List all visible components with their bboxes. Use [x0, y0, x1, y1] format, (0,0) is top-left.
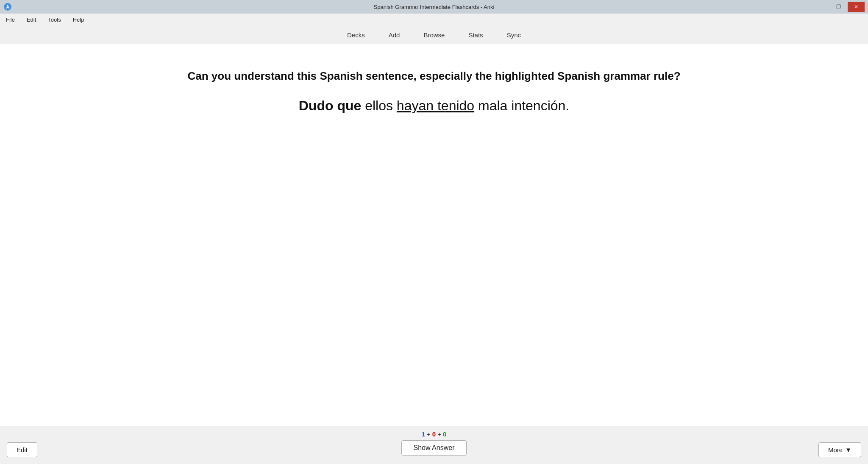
- counter-sep1: +: [427, 430, 431, 438]
- window-title: Spanish Grammar Intermediate Flashcards …: [374, 4, 495, 10]
- footer: Edit 1 + 0 + 0 Show Answer More ▼: [0, 426, 868, 464]
- minimize-button[interactable]: —: [812, 2, 829, 12]
- sentence-part4: mala intención.: [474, 98, 569, 113]
- card-sentence: Dudo que ellos hayan tenido mala intenci…: [299, 98, 570, 114]
- counter-blue: 1: [422, 430, 425, 438]
- menu-help[interactable]: Help: [70, 16, 87, 24]
- card-question: Can you understand this Spanish sentence…: [170, 70, 697, 83]
- show-answer-button[interactable]: Show Answer: [401, 440, 467, 456]
- sentence-part2: ellos: [361, 98, 397, 113]
- window-controls: — ❐ ✕: [812, 2, 865, 12]
- more-arrow-icon: ▼: [845, 446, 851, 453]
- nav-sync[interactable]: Sync: [504, 30, 524, 40]
- restore-button[interactable]: ❐: [830, 2, 847, 12]
- sentence-underlined: hayan tenido: [397, 98, 474, 113]
- svg-text:A: A: [6, 5, 9, 9]
- nav-bar: Decks Add Browse Stats Sync: [0, 26, 868, 44]
- menu-bar: File Edit Tools Help: [0, 14, 868, 26]
- card-counter: 1 + 0 + 0: [422, 430, 447, 438]
- title-bar-left: A: [3, 3, 12, 11]
- menu-edit[interactable]: Edit: [24, 16, 39, 24]
- nav-stats[interactable]: Stats: [465, 30, 486, 40]
- nav-add[interactable]: Add: [385, 30, 403, 40]
- sentence-bold: Dudo que: [299, 98, 362, 113]
- edit-button[interactable]: Edit: [7, 442, 37, 457]
- anki-icon: A: [3, 3, 12, 11]
- footer-center: 1 + 0 + 0 Show Answer: [401, 435, 467, 456]
- counter-sep2: +: [437, 430, 441, 438]
- close-button[interactable]: ✕: [848, 2, 865, 12]
- main-content: Can you understand this Spanish sentence…: [0, 44, 868, 426]
- counter-red: 0: [432, 430, 436, 438]
- title-bar: A Spanish Grammar Intermediate Flashcard…: [0, 0, 868, 14]
- menu-file[interactable]: File: [3, 16, 17, 24]
- counter-green: 0: [443, 430, 446, 438]
- menu-tools[interactable]: Tools: [45, 16, 63, 24]
- more-label: More: [828, 446, 843, 453]
- nav-decks[interactable]: Decks: [344, 30, 368, 40]
- more-button[interactable]: More ▼: [818, 442, 861, 457]
- nav-browse[interactable]: Browse: [420, 30, 448, 40]
